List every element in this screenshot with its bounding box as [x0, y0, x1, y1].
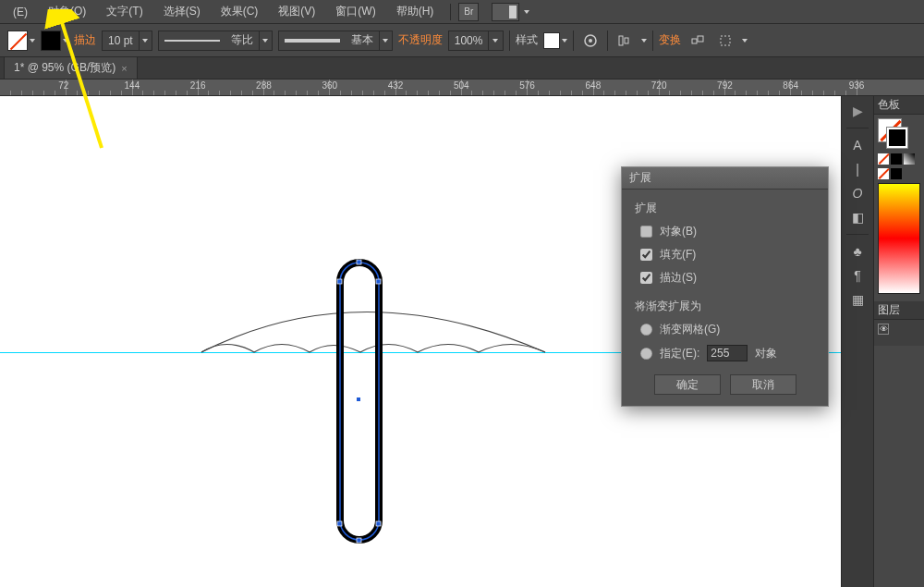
- width-profile-combo[interactable]: 等比: [158, 31, 273, 51]
- tab-title: 1* @ 95% (GB/预览): [14, 60, 116, 76]
- document-tab-bar: 1* @ 95% (GB/预览) ×: [0, 57, 924, 79]
- mesh-radio: [640, 324, 652, 336]
- control-bar: 描边 10 pt 等比 基本 不透明度 100% 样式 变换: [0, 24, 924, 57]
- style-label: 样式: [516, 32, 538, 48]
- object-checkbox-row: 对象(B): [640, 224, 815, 239]
- opacity-label: 不透明度: [398, 32, 443, 48]
- stroke-swatch[interactable]: [41, 31, 61, 51]
- stroke-checkbox[interactable]: [640, 272, 652, 284]
- menu-separator: [450, 4, 451, 20]
- specify-radio: [640, 348, 652, 360]
- bridge-icon[interactable]: Br: [458, 3, 479, 21]
- gradient-group-label: 将渐变扩展为: [635, 299, 815, 314]
- cancel-button[interactable]: 取消: [730, 374, 796, 395]
- layout-dropdown-icon[interactable]: [524, 10, 529, 14]
- transform-scale-icon[interactable]: [687, 31, 709, 51]
- layout-arrange-icon[interactable]: [492, 3, 519, 21]
- menu-object[interactable]: 对象(O): [39, 0, 95, 23]
- recolor-icon[interactable]: [579, 31, 602, 51]
- svg-rect-11: [337, 521, 342, 526]
- svg-rect-3: [625, 38, 628, 43]
- menu-help[interactable]: 帮助(H): [387, 0, 444, 23]
- brush-definition-combo[interactable]: 基本: [278, 31, 393, 51]
- isolate-icon[interactable]: [714, 31, 736, 51]
- align-icon[interactable]: [614, 31, 636, 51]
- fill-swatch[interactable]: [7, 31, 28, 51]
- ok-button[interactable]: 确定: [654, 374, 721, 395]
- svg-rect-15: [357, 397, 360, 401]
- artboards-panel-icon[interactable]: ▦: [845, 288, 870, 311]
- separator: [607, 31, 608, 51]
- paragraph-panel-icon[interactable]: ¶: [845, 264, 870, 287]
- svg-rect-6: [721, 36, 730, 45]
- separator: [652, 31, 653, 51]
- svg-rect-13: [357, 260, 361, 264]
- swatches-panel: [874, 115, 924, 298]
- svg-rect-12: [376, 521, 381, 526]
- layers-panel: 👁: [874, 320, 924, 346]
- color-panel-icon[interactable]: ◧: [845, 206, 870, 228]
- svg-rect-14: [357, 538, 361, 543]
- stroke-checkbox-row[interactable]: 描边(S): [640, 270, 815, 286]
- specify-radio-row: 指定(E): 对象: [640, 345, 815, 361]
- stroke-weight-combo[interactable]: 10 pt: [102, 31, 152, 51]
- swatch-gradient[interactable]: [904, 153, 915, 165]
- document-tab[interactable]: 1* @ 95% (GB/预览) ×: [4, 56, 138, 79]
- menu-select[interactable]: 选择(S): [154, 0, 210, 23]
- expand-group-label: 扩展: [635, 201, 815, 216]
- symbols-panel-icon[interactable]: ♣: [845, 240, 870, 263]
- menu-edit[interactable]: (E): [4, 2, 37, 22]
- fill-dropdown-icon[interactable]: [30, 39, 35, 43]
- swatches-tab[interactable]: 色板: [874, 96, 924, 115]
- svg-rect-2: [619, 36, 623, 45]
- menu-window[interactable]: 窗口(W): [326, 0, 384, 23]
- opentype-panel-icon[interactable]: O: [845, 182, 870, 204]
- svg-point-1: [589, 39, 592, 43]
- color-spectrum[interactable]: [878, 183, 920, 294]
- swatch-none[interactable]: [878, 153, 889, 165]
- panel-icon-strip: ▶ A | O ◧ ♣ ¶ ▦: [841, 96, 873, 587]
- svg-rect-9: [337, 279, 342, 284]
- object-checkbox: [640, 226, 652, 238]
- expand-dialog: 扩展 扩展 对象(B) 填充(F) 描边(S) 将渐变扩展为 渐变网格(G): [621, 166, 829, 407]
- fill-checkbox[interactable]: [640, 249, 652, 261]
- specify-field: [707, 345, 748, 361]
- mesh-radio-row: 渐变网格(G): [640, 322, 815, 337]
- character-panel-icon[interactable]: A: [845, 134, 870, 156]
- swatch-none2[interactable]: [878, 168, 889, 179]
- stroke-dropdown-icon[interactable]: [63, 39, 68, 43]
- mini-swatches-row: [878, 153, 920, 165]
- layers-tab[interactable]: 图层: [874, 301, 924, 320]
- menu-view[interactable]: 视图(V): [269, 0, 324, 23]
- swatch-black[interactable]: [891, 153, 902, 165]
- right-panels: 色板 图层 👁: [873, 96, 924, 587]
- svg-rect-5: [698, 36, 703, 42]
- tab-close-icon[interactable]: ×: [121, 63, 127, 74]
- style-swatch[interactable]: [543, 32, 560, 49]
- dialog-title: 扩展: [629, 170, 651, 186]
- menu-bar: (E) 对象(O) 文字(T) 选择(S) 效果(C) 视图(V) 窗口(W) …: [0, 0, 924, 24]
- svg-rect-10: [376, 279, 381, 284]
- menu-effect[interactable]: 效果(C): [212, 0, 268, 23]
- horizontal-ruler[interactable]: 72144216288360432504576648720792864936: [0, 79, 924, 96]
- separator: [509, 31, 510, 51]
- mini-swatches-row2: [878, 168, 920, 179]
- collapse-panel-icon[interactable]: ▶: [845, 100, 870, 122]
- separator: [573, 31, 574, 51]
- layer-visibility-icon[interactable]: 👁: [878, 324, 889, 335]
- stroke-label: 描边: [74, 32, 96, 48]
- svg-rect-4: [692, 39, 697, 43]
- dialog-titlebar[interactable]: 扩展: [622, 167, 828, 190]
- stroke-panel-icon[interactable]: |: [845, 158, 870, 180]
- style-dropdown-icon[interactable]: [562, 39, 567, 43]
- transform-link[interactable]: 变换: [659, 32, 681, 48]
- align-dropdown-icon[interactable]: [641, 39, 647, 43]
- opacity-combo[interactable]: 100%: [448, 31, 504, 51]
- swatch-registration[interactable]: [891, 168, 902, 179]
- menu-text[interactable]: 文字(T): [97, 0, 152, 23]
- fill-checkbox-row[interactable]: 填充(F): [640, 247, 815, 263]
- stroke-black-thumb[interactable]: [887, 128, 907, 148]
- isolate-dropdown-icon[interactable]: [742, 39, 748, 43]
